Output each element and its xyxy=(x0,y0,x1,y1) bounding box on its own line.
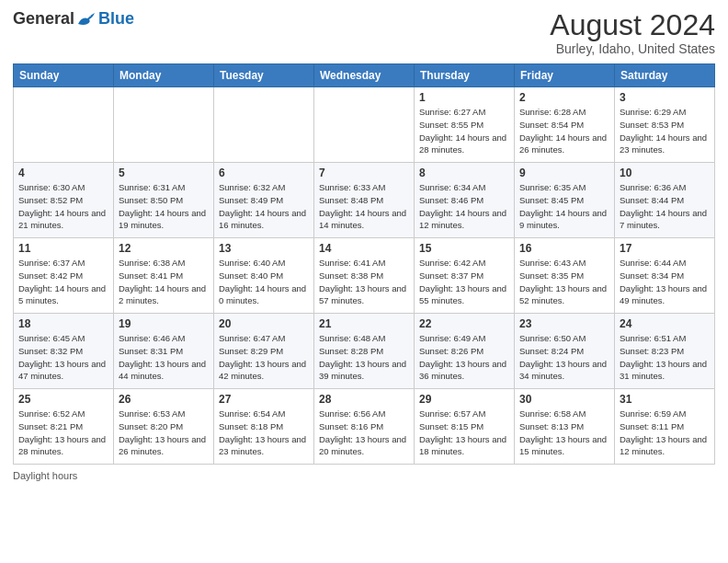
day-number: 5 xyxy=(119,167,209,179)
day-number: 6 xyxy=(219,167,309,179)
day-number: 24 xyxy=(620,317,710,330)
day-number: 31 xyxy=(620,393,710,406)
day-info: Sunrise: 6:49 AMSunset: 8:26 PMDaylight:… xyxy=(419,332,509,383)
calendar-cell: 22Sunrise: 6:49 AMSunset: 8:26 PMDayligh… xyxy=(415,314,515,389)
calendar-cell: 3Sunrise: 6:29 AMSunset: 8:53 PMDaylight… xyxy=(615,87,715,163)
day-info: Sunrise: 6:31 AMSunset: 8:50 PMDaylight:… xyxy=(119,181,209,232)
calendar-cell: 6Sunrise: 6:32 AMSunset: 8:49 PMDaylight… xyxy=(214,163,314,238)
day-number: 17 xyxy=(620,242,710,255)
col-header-wednesday: Wednesday xyxy=(314,64,415,87)
calendar-cell: 8Sunrise: 6:34 AMSunset: 8:46 PMDaylight… xyxy=(415,163,515,238)
day-number: 27 xyxy=(219,393,309,406)
logo-bird-icon xyxy=(76,11,97,28)
day-info: Sunrise: 6:43 AMSunset: 8:35 PMDaylight:… xyxy=(519,257,609,307)
day-info: Sunrise: 6:27 AMSunset: 8:55 PMDaylight:… xyxy=(419,106,509,156)
header: General Blue August 2024 Burley, Idaho, … xyxy=(13,9,715,56)
day-number: 15 xyxy=(419,242,509,255)
day-number: 14 xyxy=(319,242,409,255)
day-info: Sunrise: 6:38 AMSunset: 8:41 PMDaylight:… xyxy=(119,257,209,307)
calendar-cell: 1Sunrise: 6:27 AMSunset: 8:55 PMDaylight… xyxy=(415,87,515,163)
calendar-week-row: 1Sunrise: 6:27 AMSunset: 8:55 PMDaylight… xyxy=(14,87,715,163)
col-header-monday: Monday xyxy=(114,64,214,87)
day-info: Sunrise: 6:40 AMSunset: 8:40 PMDaylight:… xyxy=(219,257,309,307)
day-number: 30 xyxy=(519,393,609,406)
day-info: Sunrise: 6:30 AMSunset: 8:52 PMDaylight:… xyxy=(18,181,108,232)
calendar-cell xyxy=(114,87,214,163)
day-info: Sunrise: 6:54 AMSunset: 8:18 PMDaylight:… xyxy=(219,408,309,458)
day-info: Sunrise: 6:58 AMSunset: 8:13 PMDaylight:… xyxy=(519,408,609,458)
col-header-sunday: Sunday xyxy=(14,64,114,87)
calendar-cell: 17Sunrise: 6:44 AMSunset: 8:34 PMDayligh… xyxy=(615,238,715,314)
calendar-cell: 15Sunrise: 6:42 AMSunset: 8:37 PMDayligh… xyxy=(415,238,515,314)
logo: General Blue xyxy=(13,9,134,29)
day-info: Sunrise: 6:51 AMSunset: 8:23 PMDaylight:… xyxy=(620,332,710,383)
day-info: Sunrise: 6:59 AMSunset: 8:11 PMDaylight:… xyxy=(620,408,710,458)
calendar-cell xyxy=(214,87,314,163)
day-info: Sunrise: 6:57 AMSunset: 8:15 PMDaylight:… xyxy=(419,408,509,458)
calendar-cell: 27Sunrise: 6:54 AMSunset: 8:18 PMDayligh… xyxy=(214,389,314,465)
day-number: 20 xyxy=(219,317,309,330)
day-info: Sunrise: 6:45 AMSunset: 8:32 PMDaylight:… xyxy=(18,332,108,383)
calendar-cell: 7Sunrise: 6:33 AMSunset: 8:48 PMDaylight… xyxy=(314,163,415,238)
day-info: Sunrise: 6:32 AMSunset: 8:49 PMDaylight:… xyxy=(219,181,309,232)
day-info: Sunrise: 6:37 AMSunset: 8:42 PMDaylight:… xyxy=(18,257,108,307)
calendar-week-row: 18Sunrise: 6:45 AMSunset: 8:32 PMDayligh… xyxy=(14,314,715,389)
calendar-cell: 20Sunrise: 6:47 AMSunset: 8:29 PMDayligh… xyxy=(214,314,314,389)
day-info: Sunrise: 6:50 AMSunset: 8:24 PMDaylight:… xyxy=(519,332,609,383)
title-section: August 2024 Burley, Idaho, United States xyxy=(550,9,715,56)
footer-note: Daylight hours xyxy=(13,470,715,481)
day-number: 29 xyxy=(419,393,509,406)
calendar-cell: 2Sunrise: 6:28 AMSunset: 8:54 PMDaylight… xyxy=(515,87,615,163)
calendar-cell xyxy=(14,87,114,163)
calendar-cell: 28Sunrise: 6:56 AMSunset: 8:16 PMDayligh… xyxy=(314,389,415,465)
day-number: 21 xyxy=(319,317,409,330)
location-subtitle: Burley, Idaho, United States xyxy=(550,41,715,56)
day-number: 16 xyxy=(519,242,609,255)
calendar-cell: 26Sunrise: 6:53 AMSunset: 8:20 PMDayligh… xyxy=(114,389,214,465)
col-header-friday: Friday xyxy=(515,64,615,87)
calendar-cell: 14Sunrise: 6:41 AMSunset: 8:38 PMDayligh… xyxy=(314,238,415,314)
day-info: Sunrise: 6:33 AMSunset: 8:48 PMDaylight:… xyxy=(319,181,409,232)
day-number: 8 xyxy=(419,167,509,179)
day-number: 22 xyxy=(419,317,509,330)
calendar-cell: 31Sunrise: 6:59 AMSunset: 8:11 PMDayligh… xyxy=(615,389,715,465)
day-info: Sunrise: 6:47 AMSunset: 8:29 PMDaylight:… xyxy=(219,332,309,383)
calendar-cell: 9Sunrise: 6:35 AMSunset: 8:45 PMDaylight… xyxy=(515,163,615,238)
calendar-cell: 21Sunrise: 6:48 AMSunset: 8:28 PMDayligh… xyxy=(314,314,415,389)
calendar-cell: 18Sunrise: 6:45 AMSunset: 8:32 PMDayligh… xyxy=(14,314,114,389)
day-info: Sunrise: 6:35 AMSunset: 8:45 PMDaylight:… xyxy=(519,181,609,232)
day-info: Sunrise: 6:41 AMSunset: 8:38 PMDaylight:… xyxy=(319,257,409,307)
day-info: Sunrise: 6:53 AMSunset: 8:20 PMDaylight:… xyxy=(119,408,209,458)
calendar-week-row: 25Sunrise: 6:52 AMSunset: 8:21 PMDayligh… xyxy=(14,389,715,465)
day-number: 23 xyxy=(519,317,609,330)
page: General Blue August 2024 Burley, Idaho, … xyxy=(0,0,728,563)
calendar-cell: 12Sunrise: 6:38 AMSunset: 8:41 PMDayligh… xyxy=(114,238,214,314)
day-number: 19 xyxy=(119,317,209,330)
calendar-cell: 16Sunrise: 6:43 AMSunset: 8:35 PMDayligh… xyxy=(515,238,615,314)
month-year-title: August 2024 xyxy=(550,9,715,41)
calendar-cell: 5Sunrise: 6:31 AMSunset: 8:50 PMDaylight… xyxy=(114,163,214,238)
calendar-cell: 30Sunrise: 6:58 AMSunset: 8:13 PMDayligh… xyxy=(515,389,615,465)
day-number: 12 xyxy=(119,242,209,255)
col-header-tuesday: Tuesday xyxy=(214,64,314,87)
calendar-cell: 11Sunrise: 6:37 AMSunset: 8:42 PMDayligh… xyxy=(14,238,114,314)
calendar-cell: 19Sunrise: 6:46 AMSunset: 8:31 PMDayligh… xyxy=(114,314,214,389)
day-number: 3 xyxy=(620,91,710,104)
day-number: 4 xyxy=(18,167,108,179)
calendar-cell: 13Sunrise: 6:40 AMSunset: 8:40 PMDayligh… xyxy=(214,238,314,314)
day-info: Sunrise: 6:36 AMSunset: 8:44 PMDaylight:… xyxy=(620,181,710,232)
day-number: 2 xyxy=(519,91,609,104)
day-info: Sunrise: 6:56 AMSunset: 8:16 PMDaylight:… xyxy=(319,408,409,458)
logo-general-text: General xyxy=(13,9,74,29)
day-number: 26 xyxy=(119,393,209,406)
day-number: 10 xyxy=(620,167,710,179)
col-header-saturday: Saturday xyxy=(615,64,715,87)
col-header-thursday: Thursday xyxy=(415,64,515,87)
calendar-week-row: 11Sunrise: 6:37 AMSunset: 8:42 PMDayligh… xyxy=(14,238,715,314)
day-info: Sunrise: 6:29 AMSunset: 8:53 PMDaylight:… xyxy=(620,106,710,156)
day-number: 9 xyxy=(519,167,609,179)
day-info: Sunrise: 6:28 AMSunset: 8:54 PMDaylight:… xyxy=(519,106,609,156)
day-info: Sunrise: 6:34 AMSunset: 8:46 PMDaylight:… xyxy=(419,181,509,232)
calendar-cell: 10Sunrise: 6:36 AMSunset: 8:44 PMDayligh… xyxy=(615,163,715,238)
day-number: 28 xyxy=(319,393,409,406)
